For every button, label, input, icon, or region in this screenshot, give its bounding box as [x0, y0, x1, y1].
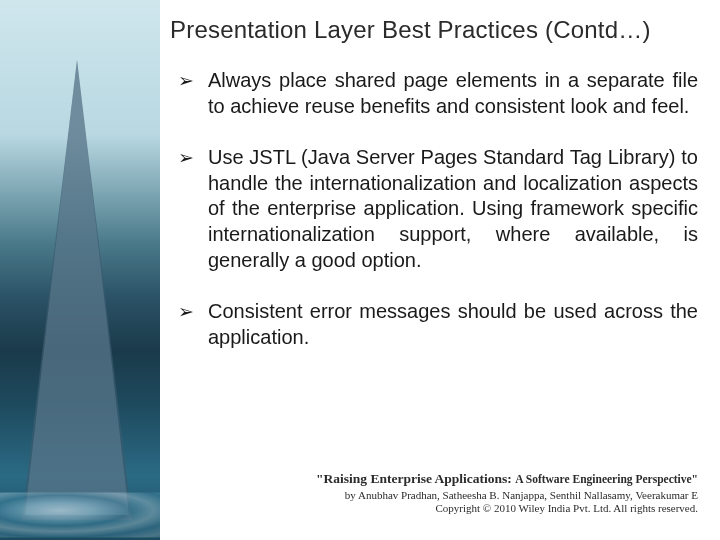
book-title-main: "Raising Enterprise Applications:	[316, 471, 515, 486]
book-title-sub: A Software Engineering Perspective"	[515, 473, 698, 485]
bullet-item: Consistent error messages should be used…	[178, 299, 698, 350]
book-title: "Raising Enterprise Applications: A Soft…	[178, 471, 698, 487]
bullet-item: Always place shared page elements in a s…	[178, 68, 698, 119]
slide-content: Presentation Layer Best Practices (Contd…	[0, 0, 720, 540]
copyright-line: Copyright © 2010 Wiley India Pvt. Ltd. A…	[178, 502, 698, 514]
bullet-list: Always place shared page elements in a s…	[178, 68, 698, 376]
bullet-item: Use JSTL (Java Server Pages Standard Tag…	[178, 145, 698, 273]
footer: "Raising Enterprise Applications: A Soft…	[178, 471, 698, 514]
authors-line: by Anubhav Pradhan, Satheesha B. Nanjapp…	[178, 489, 698, 501]
slide-title: Presentation Layer Best Practices (Contd…	[170, 16, 700, 44]
